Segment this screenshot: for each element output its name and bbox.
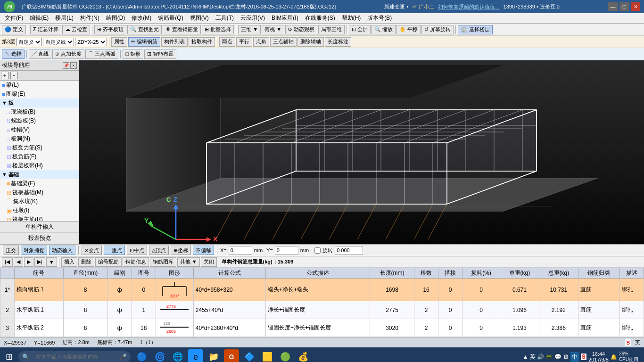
tree-col-cap[interactable]: ≡ 柱帽(V) <box>0 125 79 134</box>
cell-length[interactable]: 2775 <box>370 301 414 319</box>
notification-btn[interactable]: 🔔 <box>611 354 617 360</box>
col-length[interactable]: 长度(mm) <box>370 268 414 279</box>
cell-loss[interactable]: 0 <box>462 279 500 301</box>
cell-jinhao[interactable]: 横向钢筋.1 <box>15 279 64 301</box>
three-point-aux-btn[interactable]: 三点辅轴 <box>270 37 297 47</box>
start-button[interactable]: ⊞ <box>2 350 17 362</box>
col-desc[interactable]: 描述 <box>619 268 644 279</box>
taskbar-edge-icon[interactable]: e <box>188 349 203 362</box>
property-btn[interactable]: 属性 <box>111 37 127 47</box>
rotate-input[interactable] <box>335 246 363 255</box>
new-change-btn[interactable]: 新建变更 • <box>384 3 408 10</box>
table-row[interactable]: 3 水平纵筋.2 8 ф 18 135 2885 40*d+2380+40*d … <box>0 319 644 337</box>
point-length-btn[interactable]: ⊙ 点加长度 <box>52 49 84 59</box>
top-view-btn[interactable]: 俯视 ▼ <box>262 25 284 34</box>
cell-desc[interactable]: 绑扎 <box>619 279 644 301</box>
cell-category[interactable]: 直筋 <box>578 301 619 319</box>
edit-steel-btn[interactable]: ✏ 编辑钢筋 <box>128 37 160 47</box>
cell-desc[interactable]: 绑扎 <box>619 301 644 319</box>
menu-draw[interactable]: 绘图(D) <box>103 13 128 23</box>
minimize-button[interactable]: — <box>608 2 618 11</box>
close-panel-btn[interactable]: 关闭 <box>201 257 217 267</box>
del-aux-btn[interactable]: 删除辅轴 <box>297 37 324 47</box>
cell-formula[interactable]: 2455+40*d <box>193 301 265 319</box>
cell-category[interactable]: 直筋 <box>578 279 619 301</box>
table-row[interactable]: 1* 横向钢筋.1 8 ф 0 3207 40*d+958+320 端头+净长+… <box>0 279 644 301</box>
taskbar-app2[interactable]: 🔷 <box>242 349 257 362</box>
tree-raft[interactable]: ⊞ 筏板基础(M) <box>0 188 79 197</box>
tree-plate-hole[interactable]: □ 板洞(N) <box>0 134 79 143</box>
cell-overlap[interactable]: 0 <box>438 279 462 301</box>
menu-bim[interactable]: BIM应用(I) <box>269 13 301 23</box>
cell-roots[interactable]: 2 <box>414 319 438 337</box>
col-loss[interactable]: 损耗(%) <box>462 268 500 279</box>
nav-first-btn[interactable]: |◀ <box>2 257 13 267</box>
rotate-checkbox[interactable] <box>314 247 321 254</box>
tree-section-plate[interactable]: ▼ 板 <box>0 99 79 107</box>
tree-raft-main[interactable]: ⊟ 筏板主筋(R) <box>0 215 79 221</box>
menu-view[interactable]: 视图(V) <box>187 13 212 23</box>
three-arc-btn[interactable]: ⌒ 三点画弧 <box>85 49 118 59</box>
cell-overlap[interactable]: 0 <box>438 319 462 337</box>
select-tool-btn[interactable]: ↖ 选择 <box>2 49 25 59</box>
col-unit-weight[interactable]: 单重(kg) <box>500 268 539 279</box>
ortho-btn[interactable]: 正交 <box>3 246 19 255</box>
cell-desc[interactable]: 绑扎 <box>619 319 644 337</box>
align-top-btn[interactable]: ⊞ 齐平板顶 <box>94 25 126 34</box>
insert-btn[interactable]: 插入 <box>61 257 77 267</box>
taskbar-ie-icon[interactable]: 🌐 <box>170 349 185 362</box>
col-grade[interactable]: 级别 <box>107 268 132 279</box>
3d-btn[interactable]: 三维 ▼ <box>238 25 261 34</box>
no-offset-btn[interactable]: 不偏移 <box>193 246 214 255</box>
nav-down-btn[interactable]: ▼ <box>46 257 57 267</box>
cell-diameter[interactable]: 8 <box>63 301 107 319</box>
menu-modify[interactable]: 修改(M) <box>129 13 154 23</box>
tree-cast-slab[interactable]: □ 现浇板(B) <box>0 107 79 116</box>
pan-btn[interactable]: ✋ 平移 <box>396 25 421 34</box>
fullscreen-btn[interactable]: ⊡ 全屏 <box>349 25 371 34</box>
sidebar-add-btn[interactable]: + <box>1 72 8 79</box>
single-component-input-btn[interactable]: 单构件输入 <box>0 222 79 233</box>
component-list-btn[interactable]: 构件列表 <box>161 37 188 47</box>
cell-grade[interactable]: ф <box>107 279 132 301</box>
calc-btn[interactable]: Σ 汇总计算 <box>30 25 61 34</box>
cell-jinhao[interactable]: 水平纵筋.1 <box>15 301 64 319</box>
menu-version[interactable]: 版本号(B) <box>364 13 395 23</box>
cell-shape[interactable]: 135 2885 <box>156 319 193 337</box>
taskbar-app1[interactable]: 🌀 <box>152 349 167 362</box>
tree-beam[interactable]: ■ 梁(L) <box>0 81 79 90</box>
cell-grade[interactable]: ф <box>107 319 132 337</box>
rotate-btn[interactable]: ↺ 屏幕旋转 <box>421 25 454 34</box>
cell-loss[interactable]: 0 <box>462 319 500 337</box>
col-diameter[interactable]: 直径(mm) <box>63 268 107 279</box>
pick-component-btn[interactable]: 拾取构件 <box>189 37 215 47</box>
col-shape[interactable]: 图形 <box>156 268 193 279</box>
col-category[interactable]: 钢筋归类 <box>578 268 619 279</box>
menu-help[interactable]: 帮助(H) <box>339 13 364 23</box>
cell-formula-desc[interactable]: 端头+净长+端头 <box>265 279 370 301</box>
local-3d-btn[interactable]: 局部三维 <box>318 25 345 34</box>
col-formula-desc[interactable]: 公式描述 <box>265 268 370 279</box>
cell-total-weight[interactable]: 2.192 <box>539 301 578 319</box>
num-config-btn[interactable]: 编号配筋 <box>95 257 122 267</box>
tree-plate-neg[interactable]: ⊟ 板负筋(F) <box>0 152 79 161</box>
intersection-btn[interactable]: ✕ 交点 <box>82 246 102 255</box>
two-point-btn[interactable]: 两点 <box>219 37 235 47</box>
tree-floor-band[interactable]: ⊠ 楼层板带(H) <box>0 161 79 170</box>
menu-online[interactable]: 在线服务(S) <box>302 13 338 23</box>
cell-category[interactable]: 直筋 <box>578 319 619 337</box>
tree-sump[interactable]: ⌒ 集水坑(K) <box>0 197 79 206</box>
col-total-weight[interactable]: 总重(kg) <box>539 268 578 279</box>
tree-plate-stress[interactable]: ⊞ 板受力筋(S) <box>0 143 79 152</box>
cell-formula-desc[interactable]: 锚固长度+净长+锚固长度 <box>265 319 370 337</box>
table-row[interactable]: 2 水平纵筋.1 8 ф 1 2775 2455+40*d 净长+锚固长度 27… <box>0 301 644 319</box>
sidebar-close-btn[interactable]: × <box>70 62 77 69</box>
dynamic-observe-btn[interactable]: ⟳ 动态观察 <box>285 25 317 34</box>
midpoint2-btn[interactable]: ⊡ 中点 <box>127 246 147 255</box>
cell-jinhao[interactable]: 水平纵筋.2 <box>15 319 64 337</box>
cell-formula[interactable]: 40*d+958+320 <box>193 279 265 301</box>
coord-btn[interactable]: ⊕ 坐标 <box>171 246 191 255</box>
menu-floor[interactable]: 楼层(L) <box>52 13 76 23</box>
col-overlap[interactable]: 搭接 <box>438 268 462 279</box>
col-tuhao[interactable]: 图号 <box>132 268 156 279</box>
